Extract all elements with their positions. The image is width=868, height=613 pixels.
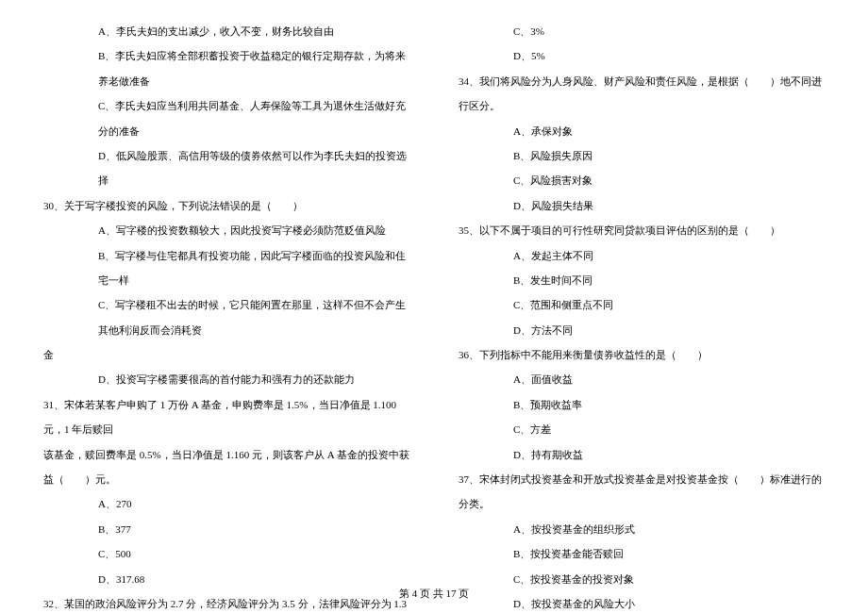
q35-stem: 35、以下不属于项目的可行性研究同贷款项目评估的区别的是（ ） <box>453 218 830 242</box>
q34-option-b: B、风险损失原因 <box>453 143 830 168</box>
q31-option-b: B、377 <box>38 517 415 541</box>
q35-option-a: A、发起主体不同 <box>453 243 830 268</box>
q35-option-c: C、范围和侧重点不同 <box>453 292 830 317</box>
q36-option-b: B、预期收益率 <box>453 392 830 417</box>
q36-option-c: C、方差 <box>453 417 830 441</box>
q30-option-c-cont: 金 <box>38 342 415 367</box>
q34-option-d: D、风险损失结果 <box>453 193 830 218</box>
q31-stem-line2: 该基金，赎回费率是 0.5%，当日净值是 1.160 元，则该客户从 A 基金的… <box>38 442 415 492</box>
q30-option-a: A、写字楼的投资数额较大，因此投资写字楼必须防范贬值风险 <box>38 218 415 242</box>
q34-option-a: A、承保对象 <box>453 119 830 143</box>
q31-option-a: A、270 <box>38 491 415 516</box>
q35-option-d: D、方法不同 <box>453 318 830 342</box>
q30-option-d: D、投资写字楼需要很高的首付能力和强有力的还款能力 <box>38 367 415 391</box>
q36-option-d: D、持有期收益 <box>453 442 830 467</box>
right-column: C、3% D、5% 34、我们将风险分为人身风险、财产风险和责任风险，是根据（ … <box>453 19 830 613</box>
q29-option-d: D、低风险股票、高信用等级的债券依然可以作为李氏夫妇的投资选择 <box>38 143 415 193</box>
q30-option-c: C、写字楼租不出去的时候，它只能闲置在那里，这样不但不会产生其他利润反而会消耗资 <box>38 292 415 342</box>
q29-option-b: B、李氏夫妇应将全部积蓄投资于收益稳定的银行定期存款，为将来养老做准备 <box>38 43 415 93</box>
q30-stem: 30、关于写字楼投资的风险，下列说法错误的是（ ） <box>38 193 415 218</box>
q30-option-b: B、写字楼与住宅都具有投资功能，因此写字楼面临的投资风险和住宅一样 <box>38 243 415 293</box>
q31-option-c: C、500 <box>38 541 415 566</box>
q37-stem: 37、宋体封闭式投资基金和开放式投资基金是对投资基金按（ ）标准进行的分类。 <box>453 467 830 517</box>
q36-option-a: A、面值收益 <box>453 367 830 391</box>
q37-option-b: B、按投资基金能否赎回 <box>453 541 830 566</box>
q29-option-a: A、李氏夫妇的支出减少，收入不变，财务比较自由 <box>38 19 415 43</box>
q34-option-c: C、风险损害对象 <box>453 168 830 192</box>
q36-stem: 36、下列指标中不能用来衡量债券收益性的是（ ） <box>453 342 830 367</box>
q35-option-b: B、发生时间不同 <box>453 268 830 292</box>
q33-option-c: C、3% <box>453 19 830 43</box>
q34-stem: 34、我们将风险分为人身风险、财产风险和责任风险，是根据（ ）地不同进行区分。 <box>453 69 830 119</box>
q31-stem-line1: 31、宋体若某客户申购了 1 万份 A 基金，申购费率是 1.5%，当日净值是 … <box>38 392 415 442</box>
left-column: A、李氏夫妇的支出减少，收入不变，财务比较自由 B、李氏夫妇应将全部积蓄投资于收… <box>38 19 415 613</box>
q29-option-c: C、李氏夫妇应当利用共同基金、人寿保险等工具为退休生活做好充分的准备 <box>38 93 415 143</box>
q37-option-a: A、按投资基金的组织形式 <box>453 517 830 541</box>
q33-option-d: D、5% <box>453 43 830 68</box>
page-footer: 第 4 页 共 17 页 <box>0 581 868 605</box>
